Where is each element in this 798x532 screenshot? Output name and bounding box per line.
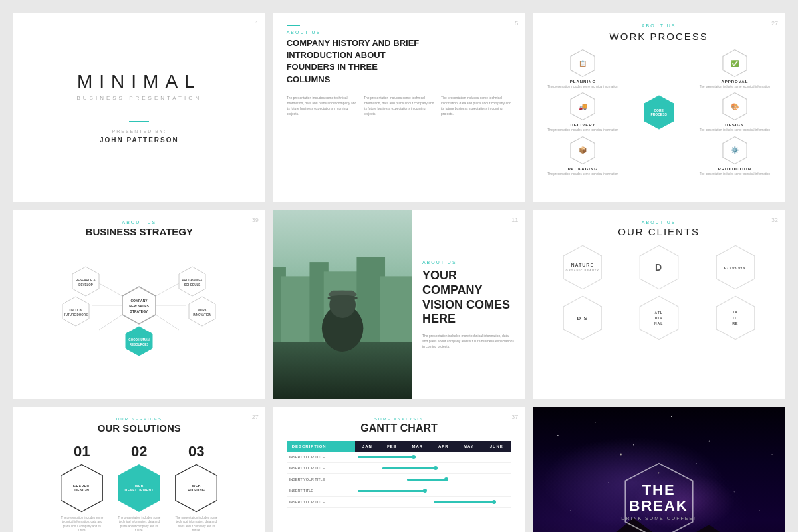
svg-text:STRATEGY: STRATEGY — [130, 309, 149, 313]
hex-desc: The presentation includes some technical… — [700, 128, 770, 132]
slide-minimal: 1 MINIMAL BUSINESS PRESENTATION PRESENTE… — [13, 13, 265, 202]
slide-title: MINIMAL — [77, 71, 201, 92]
solution-num: 02 — [131, 443, 147, 460]
gantt-bar — [358, 490, 425, 492]
slide-our-solutions: 27 OUR SERVICES OUR SOLUTIONS 01 GRAPHIC… — [13, 407, 265, 532]
row-label: INSERT YOUR TITLE — [287, 474, 355, 485]
hex-label: DELIVERY — [571, 123, 596, 127]
svg-line-16 — [156, 315, 179, 330]
hex-packaging: 📦 PACKAGING The presentation includes so… — [546, 136, 619, 176]
svg-text:UNLOCK: UNLOCK — [70, 309, 83, 312]
solution-label: WEBHOSTING — [188, 484, 205, 493]
content-columns: The presentation includes some technical… — [287, 95, 512, 116]
hex-desc: The presentation includes some technical… — [700, 172, 770, 176]
solution-desc: The presentation includes some technical… — [173, 516, 219, 532]
slide-gantt: 37 SOME ANALYSIS GANTT CHART DESCRIPTION… — [273, 407, 525, 532]
hex-shape: ⚙️ — [720, 136, 749, 165]
slide-num: 27 — [771, 20, 778, 27]
column-3: The presentation includes some technical… — [441, 95, 511, 116]
hex-label: PLANNING — [570, 80, 596, 84]
hex-shape: ✅ — [720, 49, 749, 78]
svg-point-46 — [327, 295, 357, 301]
solution-label: GRAPHICDESIGN — [73, 484, 91, 493]
col-jan: JAN — [355, 441, 380, 452]
gantt-bar-cell — [380, 463, 456, 474]
gantt-row-5: INSERT YOUR TITLE — [287, 497, 512, 508]
gantt-dot — [412, 455, 416, 459]
slide-the-break: THE BREAK DRINK SOME COFFEE! — [533, 407, 785, 532]
analysis-label: SOME ANALYSIS — [287, 417, 512, 421]
row-label: INSERT YOUR TITLE — [287, 497, 355, 508]
slide-heading: BUSINESS STRATEGY — [27, 226, 252, 237]
gantt-table: DESCRIPTION JAN FEB MAR APR MAY JUNE INS… — [287, 441, 512, 508]
row-label: INSERT YOUR TITLE — [287, 463, 355, 474]
slide-grid: 1 MINIMAL BUSINESS PRESENTATION PRESENTE… — [13, 13, 785, 532]
client-logo: greenery — [724, 265, 746, 269]
hex-icon: 📋 — [579, 60, 587, 67]
slide-subtitle: BUSINESS PRESENTATION — [76, 95, 201, 101]
client-hex-inner: ATLDIANAL — [636, 295, 682, 341]
gantt-dot — [492, 500, 496, 504]
client-ds: D S — [546, 295, 618, 341]
hex-label: PRODUCTION — [718, 167, 751, 171]
hex-icon: 🚚 — [579, 103, 587, 110]
gantt-row-3: INSERT YOUR TITLE — [287, 474, 512, 485]
gantt-bar — [382, 467, 436, 469]
service-label: OUR SERVICES — [27, 417, 252, 421]
svg-text:INNOVATION: INNOVATION — [194, 313, 212, 317]
svg-text:SCHEDULE: SCHEDULE — [184, 283, 201, 287]
svg-text:RESOURCES: RESOURCES — [130, 343, 149, 346]
hex-center-label: COREPROCESS — [650, 108, 666, 116]
gantt-body: INSERT YOUR TITLE INSERT YOUR TITLE — [287, 452, 512, 508]
solution-num: 01 — [74, 443, 90, 460]
hex-shape: 🚚 — [568, 92, 597, 121]
empty-cell — [380, 474, 404, 485]
about-label: ABOUT US — [287, 30, 321, 35]
hex-planning: 📋 PLANNING The presentation includes som… — [546, 49, 619, 89]
break-text: THE BREAK DRINK SOME COFFEE! — [619, 482, 699, 521]
solution-hex: WEBDEVELOPMENT — [114, 463, 164, 513]
break-subtitle: DRINK SOME COFFEE! — [619, 516, 699, 521]
hex-desc: The presentation includes some technical… — [700, 85, 770, 89]
about-label: ABOUT US — [546, 220, 771, 225]
slide-business-strategy: 39 ABOUT US BUSINESS STRATEGY COMPANY NE… — [13, 210, 265, 399]
client-hex-inner: TATURE — [712, 295, 759, 341]
solution-1: 01 GRAPHICDESIGN The presentation includ… — [57, 443, 107, 532]
presented-by: PRESENTED BY: — [112, 129, 167, 134]
solution-hex: GRAPHICDESIGN — [57, 463, 107, 513]
slide-desc: The presentation includes more technical… — [422, 333, 514, 349]
hex-shape: 📋 — [568, 49, 597, 78]
svg-text:GOOD HUMAN: GOOD HUMAN — [128, 338, 150, 342]
svg-text:DEVELOP: DEVELOP — [79, 283, 94, 287]
slide-company-history: 5 ABOUT US COMPANY HISTORY AND BRIEF INT… — [273, 13, 525, 202]
solutions-row: 01 GRAPHICDESIGN The presentation includ… — [27, 443, 252, 532]
hex-icon: ✅ — [731, 60, 739, 67]
hex-desc: The presentation includes some technical… — [547, 85, 618, 89]
empty-cell — [456, 474, 481, 485]
col-feb: FEB — [380, 441, 404, 452]
empty-cell — [481, 474, 511, 485]
slide-vision: 11 — [273, 210, 525, 399]
hex-delivery: 🚚 DELIVERY The presentation includes som… — [546, 92, 619, 132]
empty-cell — [380, 497, 404, 508]
gantt-dot — [434, 466, 438, 470]
slide-heading: COMPANY HISTORY AND BRIEF INTRODUCTION A… — [287, 37, 420, 86]
col-june: JUNE — [481, 441, 511, 452]
vision-image — [273, 210, 412, 399]
client-hex-inner: D S — [559, 295, 606, 341]
break-hex: THE BREAK DRINK SOME COFFEE! — [619, 462, 699, 532]
svg-text:NEW SALES: NEW SALES — [129, 304, 149, 308]
client-tature: TATURE — [699, 295, 771, 341]
gantt-row-1: INSERT YOUR TITLE — [287, 452, 512, 463]
gantt-bar — [434, 501, 494, 503]
client-logo: D S — [577, 315, 588, 321]
about-label: ABOUT US — [422, 260, 514, 265]
hex-shape: 📦 — [568, 136, 597, 165]
hex-label: PACKAGING — [568, 167, 598, 171]
solution-num: 03 — [188, 443, 204, 460]
slide-heading: YOUR COMPANY VISION COMES HERE — [422, 269, 514, 326]
svg-text:FUTURE DOORS: FUTURE DOORS — [64, 313, 88, 317]
hex-icon: 🎨 — [731, 103, 739, 110]
slide-work-process: 27 ABOUT US WORK PROCESS 📋 PLANNING The … — [533, 13, 785, 202]
empty-cell — [355, 474, 380, 485]
